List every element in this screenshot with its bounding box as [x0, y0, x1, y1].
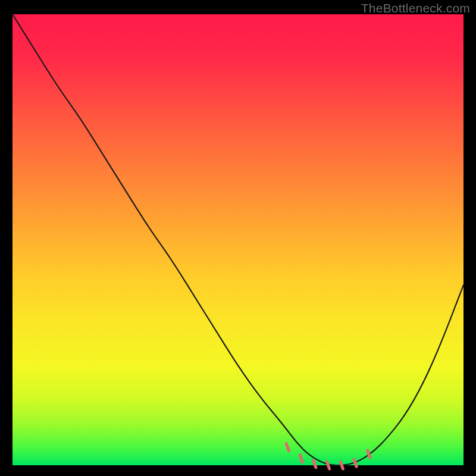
chart-svg: [12, 14, 464, 465]
optimal-range-ticks: [286, 444, 369, 469]
optimal-tick: [300, 455, 302, 462]
optimal-tick: [314, 461, 316, 468]
optimal-tick: [354, 459, 356, 466]
optimal-tick: [327, 462, 330, 469]
watermark-text: TheBottleneck.com: [361, 1, 470, 15]
optimal-tick: [368, 450, 370, 458]
optimal-tick: [340, 462, 343, 469]
optimal-tick: [286, 444, 289, 451]
chart-plot-area: [12, 14, 464, 465]
bottleneck-curve-line: [12, 14, 464, 465]
